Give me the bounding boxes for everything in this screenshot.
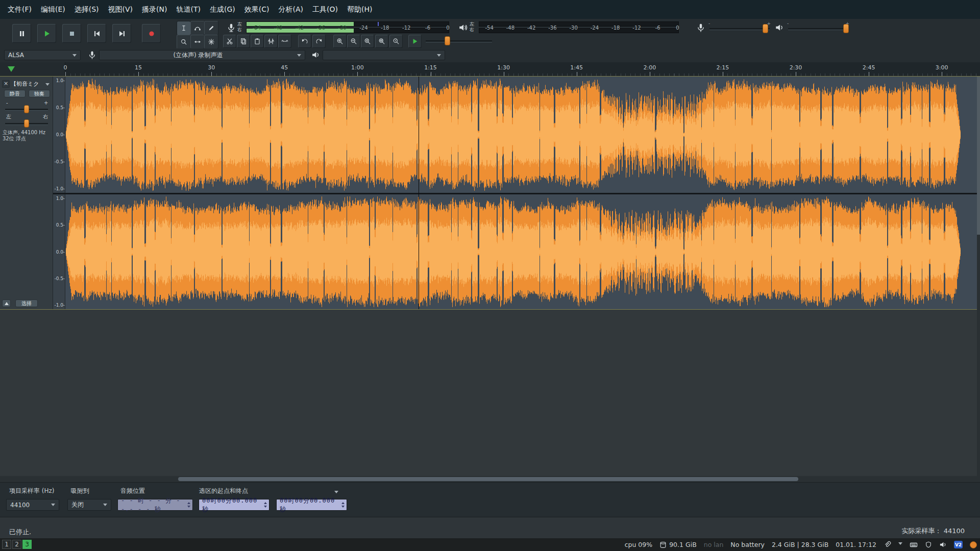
timeline-ticks[interactable]: 01530451:001:151:301:452:002:152:302:453… bbox=[65, 62, 980, 76]
playback-volume-slider[interactable]: - + bbox=[787, 22, 849, 35]
pinned-playhead-button[interactable] bbox=[6, 65, 16, 73]
menu-item-transport[interactable]: 播录(N) bbox=[137, 0, 172, 19]
selection-format-caret-icon[interactable] bbox=[334, 491, 338, 495]
spinner-icon[interactable] bbox=[340, 500, 346, 509]
selection-tool-button[interactable] bbox=[177, 21, 191, 35]
menu-item-tools[interactable]: 工具(O) bbox=[308, 0, 342, 19]
audio-host-combo[interactable]: ALSA bbox=[4, 50, 81, 60]
input-method-badge[interactable]: V2 bbox=[954, 541, 963, 548]
speed-slider-thumb[interactable] bbox=[445, 36, 450, 45]
waveform-canvas-left[interactable] bbox=[65, 77, 977, 193]
playback-meter[interactable]: -54-48-42-36-30-24-18-12-60 bbox=[479, 21, 679, 34]
actual-rate-text: 实际采样率： 44100 bbox=[902, 527, 965, 536]
app-tray-icon[interactable] bbox=[970, 541, 977, 548]
timeline-tick-mark bbox=[211, 72, 212, 76]
multi-tool-button[interactable] bbox=[204, 35, 218, 49]
waveform-canvas-right[interactable] bbox=[65, 194, 977, 309]
collapse-track-button[interactable] bbox=[2, 299, 11, 307]
track-close-button[interactable]: × bbox=[2, 80, 10, 88]
zoom-toggle-button[interactable] bbox=[389, 35, 403, 48]
horizontal-scrollbar-thumb[interactable] bbox=[178, 477, 798, 481]
zoom-project-button[interactable] bbox=[375, 35, 388, 48]
copy-button[interactable] bbox=[237, 35, 250, 48]
mic-volume-slider[interactable]: - + bbox=[708, 22, 771, 35]
gain-slider-thumb[interactable] bbox=[24, 105, 29, 113]
menu-item-view[interactable]: 视图(V) bbox=[104, 0, 138, 19]
record-button[interactable] bbox=[142, 24, 161, 43]
track-menu-caret-icon[interactable] bbox=[45, 83, 50, 88]
speed-slider[interactable] bbox=[425, 34, 493, 47]
skip-start-button[interactable] bbox=[87, 24, 106, 43]
amplitude-tick bbox=[63, 162, 65, 162]
zoom-tool-button[interactable] bbox=[177, 35, 191, 49]
spinner-icon[interactable] bbox=[186, 500, 191, 509]
pan-slider-thumb[interactable] bbox=[24, 119, 29, 128]
cut-button[interactable] bbox=[223, 35, 236, 48]
track-title[interactable]: 【初音ミク bbox=[11, 80, 44, 88]
selection-end-field[interactable]: 00时00分00.000秒 bbox=[276, 499, 347, 511]
undo-button[interactable] bbox=[298, 35, 311, 48]
amplitude-label: 0.5 bbox=[56, 105, 63, 110]
redo-button[interactable] bbox=[312, 35, 326, 48]
chevron-down-icon bbox=[297, 54, 301, 59]
menu-item-tracks[interactable]: 轨道(T) bbox=[172, 0, 205, 19]
gain-slider[interactable] bbox=[5, 105, 48, 113]
recording-channels-combo[interactable]: (立体声) 录制声道 bbox=[99, 50, 305, 60]
zoom-out-button[interactable] bbox=[347, 35, 360, 48]
spinner-icon[interactable] bbox=[263, 500, 268, 509]
menu-item-help[interactable]: 帮助(H) bbox=[342, 0, 377, 19]
zoom-in-button[interactable] bbox=[333, 35, 347, 48]
menu-item-edit[interactable]: 编辑(E) bbox=[36, 0, 70, 19]
selection-start-field[interactable]: 00时00分00.000秒 bbox=[199, 499, 270, 511]
security-shield-icon[interactable] bbox=[925, 541, 932, 548]
timeline-tick-mark bbox=[65, 72, 66, 76]
solo-button[interactable]: 独奏 bbox=[29, 90, 50, 97]
silence-audio-button[interactable] bbox=[278, 35, 291, 48]
timeshift-tool-button[interactable] bbox=[190, 35, 205, 49]
pause-button[interactable] bbox=[12, 24, 31, 43]
vertical-scrollbar-thumb[interactable] bbox=[977, 77, 980, 235]
envelope-tool-button[interactable] bbox=[190, 21, 205, 35]
amplitude-label: -0.5 bbox=[54, 159, 63, 164]
menu-item-file[interactable]: 文件(F) bbox=[3, 0, 36, 19]
horizontal-scrollbar[interactable] bbox=[0, 476, 980, 482]
paste-button[interactable] bbox=[251, 35, 264, 48]
play-button[interactable] bbox=[37, 24, 56, 43]
disk-usage: 90.1 GiB bbox=[659, 541, 697, 548]
network-tray-icon[interactable] bbox=[898, 542, 902, 547]
menu-item-effect[interactable]: 效果(C) bbox=[240, 0, 274, 19]
pan-slider[interactable] bbox=[5, 119, 48, 128]
sample-rate-combo[interactable]: 44100 bbox=[6, 499, 59, 511]
zoom-selection-button[interactable] bbox=[361, 35, 374, 48]
selection-toolbar: 项目采样率 (Hz) 吸附到 音频位置 选区的起点和终点 44100 关闭 - … bbox=[0, 482, 980, 517]
snap-to-combo[interactable]: 关闭 bbox=[67, 499, 111, 511]
workspace-3[interactable]: 3 bbox=[22, 540, 32, 549]
select-track-button[interactable]: 选择 bbox=[15, 299, 38, 307]
playback-volume-thumb[interactable] bbox=[843, 24, 849, 33]
trim-audio-button[interactable] bbox=[264, 35, 278, 48]
amplitude-label: 0.0 bbox=[56, 249, 63, 255]
workspace-2[interactable]: 2 bbox=[12, 540, 21, 549]
menu-item-select[interactable]: 选择(S) bbox=[70, 0, 104, 19]
volume-tray-icon[interactable] bbox=[939, 541, 947, 548]
amplitude-tick bbox=[63, 252, 65, 253]
timeline-tick-mark bbox=[284, 72, 285, 76]
play-at-speed-button[interactable] bbox=[408, 35, 422, 48]
stop-button[interactable] bbox=[62, 24, 81, 43]
menu-item-generate[interactable]: 生成(G) bbox=[205, 0, 240, 19]
record-meter[interactable]: -54-48-42-36-30-24-18-12-60 bbox=[246, 21, 449, 34]
draw-tool-button[interactable] bbox=[204, 21, 218, 35]
playback-device-combo[interactable] bbox=[323, 50, 445, 60]
audio-position-field[interactable]: - - 时 - - 分 - -.- - - 秒 bbox=[117, 499, 193, 511]
skip-end-button[interactable] bbox=[112, 24, 131, 43]
menu-item-analyze[interactable]: 分析(A) bbox=[274, 0, 308, 19]
workspace-1[interactable]: 1 bbox=[2, 540, 11, 549]
timeline-ruler[interactable]: 01530451:001:151:301:452:002:152:302:453… bbox=[0, 62, 980, 77]
attachment-icon[interactable] bbox=[884, 541, 891, 548]
clock-text: 01.01. 17:12 bbox=[836, 541, 876, 548]
mic-volume-thumb[interactable] bbox=[763, 24, 768, 33]
mute-button[interactable]: 静音 bbox=[4, 90, 26, 97]
keyboard-icon[interactable] bbox=[910, 541, 918, 549]
vertical-scrollbar[interactable] bbox=[977, 77, 980, 476]
draw-tool-icon bbox=[208, 24, 215, 32]
